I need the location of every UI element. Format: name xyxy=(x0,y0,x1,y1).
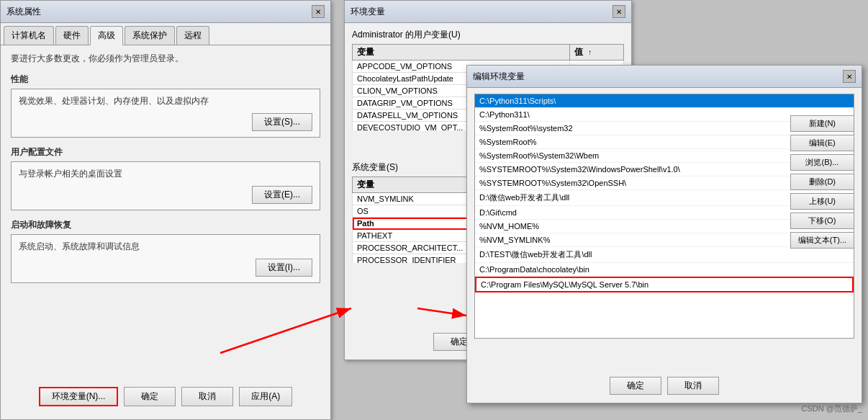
performance-section: 视觉效果、处理器计划、内存使用、以及虚拟内存 设置(S)... xyxy=(11,89,320,138)
user-var-col: 变量 xyxy=(353,45,570,61)
startup-label: 启动和故障恢复 xyxy=(11,219,320,231)
apply-btn[interactable]: 应用(A) xyxy=(239,387,292,406)
edit-cancel-btn[interactable]: 取消 xyxy=(667,377,719,395)
warning-text: 要进行大多数更改，你必须作为管理员登录。 xyxy=(11,53,320,65)
sys-props-titlebar: 系统属性 ✕ xyxy=(1,1,330,23)
edit-ok-btn[interactable]: 确定 xyxy=(610,377,661,395)
edit-env-btns: 新建(N) 编辑(E) 浏览(B)... 删除(D) 上移(U) 下移(O) 编… xyxy=(790,115,854,249)
edit-move-up-btn[interactable]: 上移(U) xyxy=(790,193,854,210)
edit-move-down-btn[interactable]: 下移(O) xyxy=(790,213,854,229)
edit-env-item[interactable]: C:\ProgramData\chocolatey\bin xyxy=(475,263,854,277)
tabs-bar: 计算机名 硬件 高级 系统保护 远程 xyxy=(1,23,330,45)
edit-edit-btn[interactable]: 编辑(E) xyxy=(790,135,854,151)
edit-env-window: 编辑环境变量 ✕ C:\Python311\Scripts\C:\Python3… xyxy=(466,65,862,403)
tab-hardware[interactable]: 硬件 xyxy=(55,26,89,45)
edit-env-bottom-btns: 确定 取消 xyxy=(467,377,862,395)
startup-settings-btn[interactable]: 设置(I)... xyxy=(256,259,312,277)
user-val-col: 值 ↑ xyxy=(570,45,624,61)
sys-bottom-buttons: 环境变量(N)... 确定 取消 应用(A) xyxy=(1,381,330,412)
user-profile-section: 与登录帐户相关的桌面设置 设置(E)... xyxy=(11,161,320,210)
edit-env-item[interactable]: D:\TEST\微信web开发者工具\dll xyxy=(475,247,854,263)
edit-env-close-btn[interactable]: ✕ xyxy=(843,70,856,83)
user-vars-title: Administrator 的用户变量(U) xyxy=(352,29,624,41)
performance-label: 性能 xyxy=(11,73,320,86)
sys-content: 要进行大多数更改，你必须作为管理员登录。 性能 视觉效果、处理器计划、内存使用、… xyxy=(1,45,330,299)
tab-system-protection[interactable]: 系统保护 xyxy=(125,26,175,45)
sys-props-window: 系统属性 ✕ 计算机名 硬件 高级 系统保护 远程 要进行大多数更改，你必须作为… xyxy=(0,0,331,420)
env-vars-btn[interactable]: 环境变量(N)... xyxy=(39,387,119,406)
startup-desc: 系统启动、系统故障和调试信息 xyxy=(19,241,312,253)
sort-arrow-icon: ↑ xyxy=(588,48,592,56)
edit-env-title: 编辑环境变量 xyxy=(473,71,525,83)
startup-section: 系统启动、系统故障和调试信息 设置(I)... xyxy=(11,234,320,283)
user-profile-settings-btn[interactable]: 设置(E)... xyxy=(252,186,312,204)
performance-settings-btn[interactable]: 设置(S)... xyxy=(252,113,312,131)
ok-btn[interactable]: 确定 xyxy=(124,387,176,406)
tab-computer-name[interactable]: 计算机名 xyxy=(4,26,54,45)
tab-remote[interactable]: 远程 xyxy=(176,26,209,45)
edit-text-btn[interactable]: 编辑文本(T)... xyxy=(790,232,854,249)
sys-props-title: 系统属性 xyxy=(6,6,41,18)
performance-desc: 视觉效果、处理器计划、内存使用、以及虚拟内存 xyxy=(19,95,312,107)
env-vars-close-btn[interactable]: ✕ xyxy=(612,5,625,18)
edit-env-item[interactable]: C:\Program Files\MySQL\MySQL Server 5.7\… xyxy=(475,277,854,292)
user-profile-label: 用户配置文件 xyxy=(11,146,320,158)
tab-advanced[interactable]: 高级 xyxy=(90,26,123,45)
edit-env-titlebar: 编辑环境变量 ✕ xyxy=(467,66,862,88)
env-vars-title: 环境变量 xyxy=(351,6,385,18)
sys-props-close-btn[interactable]: ✕ xyxy=(312,5,325,18)
edit-delete-btn[interactable]: 删除(D) xyxy=(790,174,854,190)
edit-browse-btn[interactable]: 浏览(B)... xyxy=(790,154,854,171)
csdn-watermark: CSDN @范德萨_ xyxy=(801,403,862,414)
env-vars-titlebar: 环境变量 ✕ xyxy=(345,1,631,23)
user-profile-desc: 与登录帐户相关的桌面设置 xyxy=(19,168,312,180)
cancel-btn[interactable]: 取消 xyxy=(181,387,233,406)
edit-env-item[interactable]: C:\Python311\Scripts\ xyxy=(475,94,854,108)
edit-new-btn[interactable]: 新建(N) xyxy=(790,115,854,132)
